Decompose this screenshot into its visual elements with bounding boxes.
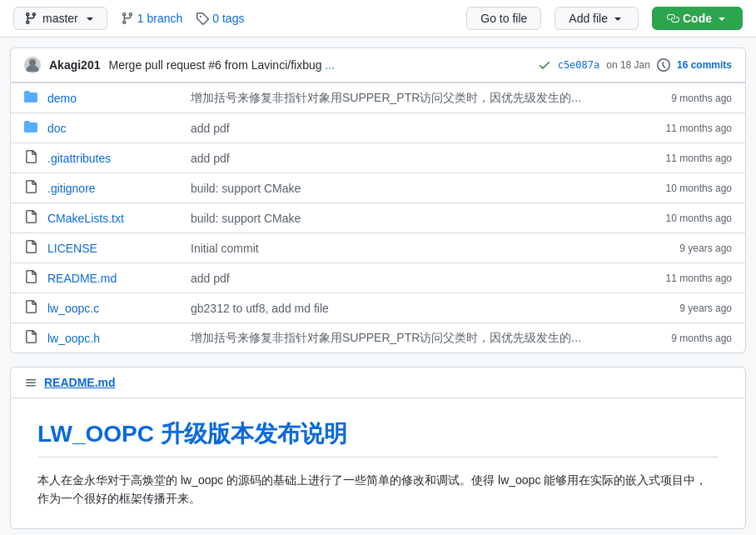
branch-count-text: 1 branch bbox=[137, 12, 182, 25]
commit-message-link[interactable]: ... bbox=[325, 58, 335, 72]
file-time: 11 months ago bbox=[632, 122, 732, 134]
file-time: 9 months ago bbox=[632, 92, 732, 104]
file-icon bbox=[24, 150, 37, 166]
readme-title-link[interactable]: README.md bbox=[44, 376, 116, 389]
tag-icon bbox=[196, 12, 209, 25]
file-icon bbox=[24, 300, 37, 316]
chevron-down-icon bbox=[83, 12, 97, 25]
table-row: .gitignorebuild: support CMake10 months … bbox=[11, 172, 745, 202]
file-icon bbox=[24, 180, 37, 196]
file-commit-message: build: support CMake bbox=[191, 212, 622, 225]
commit-hash-link[interactable]: c5e087a bbox=[558, 59, 600, 71]
readme-section: README.md LW_OOPC 升级版本发布说明 本人在金永华对于高焕堂的 … bbox=[10, 367, 746, 529]
file-name-link[interactable]: LICENSE bbox=[47, 242, 181, 255]
file-commit-message: 增加括号来修复非指针对象用SUPPER_PTR访问父类时，因优先级发生的... bbox=[191, 331, 622, 346]
file-time: 11 months ago bbox=[632, 152, 732, 164]
file-name-link[interactable]: lw_oopc.c bbox=[47, 302, 181, 315]
file-time: 9 months ago bbox=[632, 332, 732, 344]
branch-count-icon bbox=[121, 12, 134, 25]
file-name-link[interactable]: doc bbox=[47, 122, 181, 135]
readme-header: README.md bbox=[11, 368, 745, 398]
file-commit-message: add pdf bbox=[191, 122, 622, 135]
add-file-chevron-icon bbox=[611, 12, 624, 25]
code-chevron-icon bbox=[715, 12, 729, 25]
tag-count-text: 0 tags bbox=[212, 12, 244, 25]
table-row: docadd pdf11 months ago bbox=[11, 112, 745, 142]
commit-meta: c5e087a on 18 Jan 16 commits bbox=[538, 58, 732, 72]
table-row: .gitattributesadd pdf11 months ago bbox=[11, 142, 745, 172]
file-name-link[interactable]: .gitignore bbox=[47, 182, 181, 195]
file-time: 10 months ago bbox=[632, 212, 732, 224]
file-table: demo增加括号来修复非指针对象用SUPPER_PTR访问父类时，因优先级发生的… bbox=[10, 82, 746, 353]
commit-date: on 18 Jan bbox=[606, 59, 650, 71]
table-row: demo增加括号来修复非指针对象用SUPPER_PTR访问父类时，因优先级发生的… bbox=[11, 82, 745, 112]
file-time: 11 months ago bbox=[632, 272, 732, 284]
file-name-link[interactable]: .gitattributes bbox=[47, 152, 181, 165]
file-commit-message: add pdf bbox=[191, 272, 622, 285]
check-icon bbox=[538, 58, 551, 72]
list-icon bbox=[24, 376, 37, 389]
svg-point-0 bbox=[29, 59, 36, 66]
tag-count-link[interactable]: 0 tags bbox=[196, 12, 244, 25]
table-row: README.mdadd pdf11 months ago bbox=[11, 262, 745, 292]
go-to-file-button[interactable]: Go to file bbox=[466, 7, 541, 30]
clock-icon bbox=[657, 58, 670, 72]
file-name-link[interactable]: README.md bbox=[47, 272, 181, 285]
readme-paragraph: 本人在金永华对于高焕堂的 lw_oopc 的源码的基础上进行了一些简单的修改和调… bbox=[37, 471, 719, 508]
readme-heading: LW_OOPC 升级版本发布说明 bbox=[37, 418, 719, 458]
folder-icon bbox=[24, 90, 37, 106]
file-time: 9 years ago bbox=[632, 242, 732, 254]
code-icon bbox=[666, 12, 679, 25]
branch-count-link[interactable]: 1 branch bbox=[121, 12, 182, 25]
commit-message: Merge pull request #6 from Lavinci/fixbu… bbox=[108, 58, 335, 72]
file-commit-message: add pdf bbox=[191, 152, 622, 165]
file-commit-message: gb2312 to utf8, add md file bbox=[191, 302, 622, 315]
file-name-link[interactable]: CMakeLists.txt bbox=[47, 212, 181, 225]
file-commit-message: Initial commit bbox=[191, 242, 622, 255]
table-row: LICENSEInitial commit9 years ago bbox=[11, 232, 745, 262]
commits-count-link[interactable]: 16 commits bbox=[677, 59, 732, 71]
file-time: 9 years ago bbox=[632, 302, 732, 314]
add-file-button[interactable]: Add file bbox=[555, 7, 639, 30]
file-icon bbox=[24, 330, 37, 346]
table-row: CMakeLists.txtbuild: support CMake10 mon… bbox=[11, 202, 745, 232]
file-name-link[interactable]: demo bbox=[47, 92, 181, 105]
avatar bbox=[24, 57, 41, 73]
file-icon bbox=[24, 270, 37, 286]
table-row: lw_oopc.h增加括号来修复非指针对象用SUPPER_PTR访问父类时，因优… bbox=[11, 322, 745, 352]
file-icon bbox=[24, 240, 37, 256]
file-commit-message: build: support CMake bbox=[191, 182, 622, 195]
branch-button[interactable]: master bbox=[13, 7, 107, 30]
table-row: lw_oopc.cgb2312 to utf8, add md file9 ye… bbox=[11, 292, 745, 322]
branch-label: master bbox=[42, 12, 78, 25]
top-bar: master 1 branch 0 tags Go to file Add fi… bbox=[0, 0, 756, 38]
folder-icon bbox=[24, 120, 37, 136]
file-commit-message: 增加括号来修复非指针对象用SUPPER_PTR访问父类时，因优先级发生的... bbox=[191, 91, 622, 106]
readme-content: LW_OOPC 升级版本发布说明 本人在金永华对于高焕堂的 lw_oopc 的源… bbox=[11, 398, 745, 528]
code-button[interactable]: Code bbox=[652, 7, 743, 30]
commit-author: Akagi201 bbox=[49, 58, 100, 72]
file-time: 10 months ago bbox=[632, 182, 732, 194]
commit-bar: Akagi201 Merge pull request #6 from Lavi… bbox=[10, 48, 746, 82]
file-icon bbox=[24, 210, 37, 226]
file-name-link[interactable]: lw_oopc.h bbox=[47, 332, 181, 345]
git-branch-icon bbox=[24, 12, 37, 25]
